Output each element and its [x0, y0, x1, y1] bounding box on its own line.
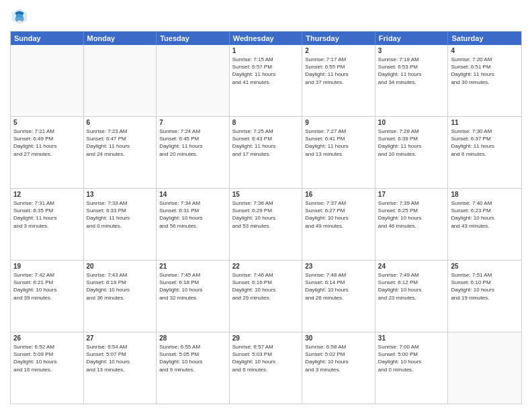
cal-cell: 13Sunrise: 7:33 AM Sunset: 6:33 PM Dayli…	[84, 189, 157, 260]
cal-cell: 9Sunrise: 7:27 AM Sunset: 6:41 PM Daylig…	[302, 117, 375, 188]
day-number: 16	[305, 191, 372, 198]
cal-cell: 12Sunrise: 7:31 AM Sunset: 6:35 PM Dayli…	[11, 189, 84, 260]
day-number: 22	[232, 263, 300, 270]
cal-cell	[448, 332, 521, 404]
header-day-monday: Monday	[84, 32, 157, 45]
day-number: 25	[451, 263, 519, 270]
cal-cell: 18Sunrise: 7:40 AM Sunset: 6:23 PM Dayli…	[448, 189, 521, 260]
cell-info: Sunrise: 7:30 AM Sunset: 6:37 PM Dayligh…	[451, 128, 519, 158]
cell-info: Sunrise: 7:00 AM Sunset: 5:00 PM Dayligh…	[378, 343, 445, 373]
day-number: 31	[378, 334, 445, 342]
cell-info: Sunrise: 7:28 AM Sunset: 6:39 PM Dayligh…	[378, 128, 445, 158]
cal-cell: 5Sunrise: 7:21 AM Sunset: 6:49 PM Daylig…	[11, 117, 84, 188]
cal-cell: 24Sunrise: 7:49 AM Sunset: 6:12 PM Dayli…	[375, 261, 449, 332]
cell-info: Sunrise: 7:27 AM Sunset: 6:41 PM Dayligh…	[305, 128, 372, 158]
cell-info: Sunrise: 7:43 AM Sunset: 6:19 PM Dayligh…	[87, 271, 154, 302]
cell-info: Sunrise: 7:17 AM Sunset: 6:55 PM Dayligh…	[305, 56, 372, 86]
cell-info: Sunrise: 7:18 AM Sunset: 6:53 PM Dayligh…	[378, 56, 445, 86]
day-number: 2	[305, 47, 372, 54]
day-number: 27	[87, 334, 154, 342]
cal-cell: 20Sunrise: 7:43 AM Sunset: 6:19 PM Dayli…	[84, 261, 157, 332]
cal-cell	[157, 45, 230, 116]
cal-cell: 23Sunrise: 7:48 AM Sunset: 6:14 PM Dayli…	[302, 261, 375, 332]
cal-cell: 22Sunrise: 7:46 AM Sunset: 6:16 PM Dayli…	[230, 261, 303, 332]
cal-row-3: 19Sunrise: 7:42 AM Sunset: 6:21 PM Dayli…	[11, 260, 521, 332]
day-number: 8	[232, 119, 300, 126]
cal-cell: 26Sunrise: 6:52 AM Sunset: 5:09 PM Dayli…	[11, 332, 84, 404]
cell-info: Sunrise: 7:36 AM Sunset: 6:29 PM Dayligh…	[232, 199, 300, 230]
day-number: 9	[305, 119, 372, 126]
cell-info: Sunrise: 6:57 AM Sunset: 5:03 PM Dayligh…	[232, 343, 300, 373]
day-number: 13	[87, 191, 154, 198]
day-number: 20	[87, 263, 154, 270]
cell-info: Sunrise: 6:52 AM Sunset: 5:09 PM Dayligh…	[13, 343, 81, 373]
cell-info: Sunrise: 7:31 AM Sunset: 6:35 PM Dayligh…	[13, 199, 81, 230]
day-number: 28	[159, 334, 226, 342]
cell-info: Sunrise: 7:49 AM Sunset: 6:12 PM Dayligh…	[378, 271, 445, 302]
calendar: SundayMondayTuesdayWednesdayThursdayFrid…	[10, 31, 522, 404]
day-number: 24	[378, 263, 445, 270]
cell-info: Sunrise: 7:33 AM Sunset: 6:33 PM Dayligh…	[87, 199, 154, 230]
cal-cell: 2Sunrise: 7:17 AM Sunset: 6:55 PM Daylig…	[302, 45, 375, 116]
day-number: 3	[378, 47, 445, 54]
logo	[10, 7, 32, 26]
cal-cell: 8Sunrise: 7:25 AM Sunset: 6:43 PM Daylig…	[230, 117, 303, 188]
cal-cell: 6Sunrise: 7:23 AM Sunset: 6:47 PM Daylig…	[84, 117, 157, 188]
day-number: 1	[232, 47, 300, 54]
day-number: 21	[159, 263, 226, 270]
cal-cell: 1Sunrise: 7:15 AM Sunset: 6:57 PM Daylig…	[230, 45, 303, 116]
cal-cell: 16Sunrise: 7:37 AM Sunset: 6:27 PM Dayli…	[302, 189, 375, 260]
cell-info: Sunrise: 7:24 AM Sunset: 6:45 PM Dayligh…	[159, 128, 226, 158]
cal-cell: 21Sunrise: 7:45 AM Sunset: 6:18 PM Dayli…	[157, 261, 230, 332]
cal-cell: 25Sunrise: 7:51 AM Sunset: 6:10 PM Dayli…	[448, 261, 521, 332]
day-number: 12	[13, 191, 81, 198]
cell-info: Sunrise: 7:45 AM Sunset: 6:18 PM Dayligh…	[159, 271, 226, 302]
cal-cell: 15Sunrise: 7:36 AM Sunset: 6:29 PM Dayli…	[230, 189, 303, 260]
cal-cell: 17Sunrise: 7:39 AM Sunset: 6:25 PM Dayli…	[375, 189, 449, 260]
cal-cell: 19Sunrise: 7:42 AM Sunset: 6:21 PM Dayli…	[11, 261, 84, 332]
header-day-sunday: Sunday	[11, 32, 84, 45]
cell-info: Sunrise: 7:15 AM Sunset: 6:57 PM Dayligh…	[232, 56, 300, 86]
cell-info: Sunrise: 6:54 AM Sunset: 5:07 PM Dayligh…	[87, 343, 154, 373]
cal-cell: 7Sunrise: 7:24 AM Sunset: 6:45 PM Daylig…	[157, 117, 230, 188]
cal-cell	[11, 45, 84, 116]
cal-row-1: 5Sunrise: 7:21 AM Sunset: 6:49 PM Daylig…	[11, 116, 521, 188]
day-number: 6	[87, 119, 154, 126]
day-number: 23	[305, 263, 372, 270]
header-day-wednesday: Wednesday	[230, 32, 303, 45]
day-number: 26	[13, 334, 81, 342]
cal-row-4: 26Sunrise: 6:52 AM Sunset: 5:09 PM Dayli…	[11, 332, 521, 404]
calendar-body: 1Sunrise: 7:15 AM Sunset: 6:57 PM Daylig…	[11, 45, 521, 404]
cell-info: Sunrise: 7:48 AM Sunset: 6:14 PM Dayligh…	[305, 271, 372, 302]
calendar-header: SundayMondayTuesdayWednesdayThursdayFrid…	[11, 32, 521, 45]
cal-cell	[84, 45, 157, 116]
cal-cell: 28Sunrise: 6:55 AM Sunset: 5:05 PM Dayli…	[157, 332, 230, 404]
cal-cell: 3Sunrise: 7:18 AM Sunset: 6:53 PM Daylig…	[375, 45, 449, 116]
cell-info: Sunrise: 7:20 AM Sunset: 6:51 PM Dayligh…	[451, 56, 519, 86]
cal-cell: 27Sunrise: 6:54 AM Sunset: 5:07 PM Dayli…	[84, 332, 157, 404]
logo-icon	[10, 7, 29, 26]
cell-info: Sunrise: 7:25 AM Sunset: 6:43 PM Dayligh…	[232, 128, 300, 158]
cell-info: Sunrise: 7:42 AM Sunset: 6:21 PM Dayligh…	[13, 271, 81, 302]
cell-info: Sunrise: 7:46 AM Sunset: 6:16 PM Dayligh…	[232, 271, 300, 302]
cal-cell: 4Sunrise: 7:20 AM Sunset: 6:51 PM Daylig…	[448, 45, 521, 116]
cell-info: Sunrise: 7:23 AM Sunset: 6:47 PM Dayligh…	[87, 128, 154, 158]
cal-cell: 14Sunrise: 7:34 AM Sunset: 6:31 PM Dayli…	[157, 189, 230, 260]
day-number: 18	[451, 191, 519, 198]
header-day-thursday: Thursday	[302, 32, 375, 45]
day-number: 19	[13, 263, 81, 270]
cell-info: Sunrise: 6:58 AM Sunset: 5:02 PM Dayligh…	[305, 343, 372, 373]
day-number: 17	[378, 191, 445, 198]
cal-cell: 31Sunrise: 7:00 AM Sunset: 5:00 PM Dayli…	[375, 332, 449, 404]
cell-info: Sunrise: 7:21 AM Sunset: 6:49 PM Dayligh…	[13, 128, 81, 158]
cal-row-0: 1Sunrise: 7:15 AM Sunset: 6:57 PM Daylig…	[11, 45, 521, 116]
day-number: 11	[451, 119, 519, 126]
page: SundayMondayTuesdayWednesdayThursdayFrid…	[0, 0, 532, 411]
header	[10, 7, 522, 26]
day-number: 5	[13, 119, 81, 126]
cell-info: Sunrise: 7:34 AM Sunset: 6:31 PM Dayligh…	[159, 199, 226, 230]
cell-info: Sunrise: 7:37 AM Sunset: 6:27 PM Dayligh…	[305, 199, 372, 230]
cell-info: Sunrise: 7:51 AM Sunset: 6:10 PM Dayligh…	[451, 271, 519, 302]
day-number: 4	[451, 47, 519, 54]
day-number: 29	[232, 334, 300, 342]
